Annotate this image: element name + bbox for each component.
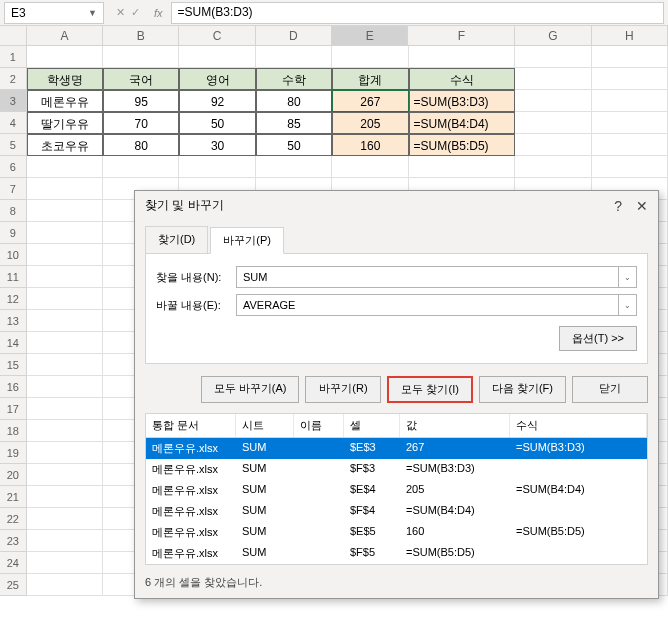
cell[interactable] [27, 266, 103, 288]
col-header[interactable]: C [179, 26, 255, 45]
row-header[interactable]: 15 [0, 354, 27, 376]
cell[interactable] [515, 112, 591, 134]
result-row[interactable]: 메론우유.xlsxSUM$E$3267=SUM(B3:D3) [146, 438, 647, 459]
results-col-formula[interactable]: 수식 [510, 414, 647, 437]
results-col-cell[interactable]: 셀 [344, 414, 400, 437]
cell[interactable]: 160 [332, 134, 408, 156]
row-header[interactable]: 9 [0, 222, 27, 244]
find-next-button[interactable]: 다음 찾기(F) [479, 376, 566, 403]
row-header[interactable]: 1 [0, 46, 27, 68]
result-row[interactable]: 메론우유.xlsxSUM$F$4=SUM(B4:D4) [146, 501, 647, 522]
row-header[interactable]: 5 [0, 134, 27, 156]
results-col-book[interactable]: 통합 문서 [146, 414, 236, 437]
cell[interactable]: 95 [103, 90, 179, 112]
cell[interactable]: =SUM(B4:D4) [409, 112, 516, 134]
cell[interactable]: 수식 [409, 68, 516, 90]
replace-with-input[interactable] [236, 294, 619, 316]
help-icon[interactable]: ? [614, 198, 622, 214]
name-box[interactable]: E3 ▼ [4, 2, 104, 24]
row-header[interactable]: 2 [0, 68, 27, 90]
cell[interactable] [27, 486, 103, 508]
cell[interactable] [515, 156, 591, 178]
close-icon[interactable]: ✕ [636, 198, 648, 214]
row-header[interactable]: 24 [0, 552, 27, 574]
cell[interactable] [332, 46, 408, 68]
cell[interactable] [27, 574, 103, 596]
cell[interactable] [409, 156, 516, 178]
cell[interactable] [256, 46, 332, 68]
chevron-down-icon[interactable]: ▼ [88, 8, 97, 18]
results-col-sheet[interactable]: 시트 [236, 414, 294, 437]
cell[interactable]: 수학 [256, 68, 332, 90]
fx-icon[interactable]: fx [154, 7, 163, 19]
row-header[interactable]: 11 [0, 266, 27, 288]
cell[interactable] [515, 134, 591, 156]
cell[interactable] [179, 46, 255, 68]
cell[interactable] [179, 156, 255, 178]
cell[interactable] [27, 442, 103, 464]
cell[interactable] [27, 200, 103, 222]
col-header[interactable]: D [256, 26, 332, 45]
row-header[interactable]: 4 [0, 112, 27, 134]
cell[interactable] [592, 46, 668, 68]
dialog-titlebar[interactable]: 찾기 및 바꾸기 ? ✕ [135, 191, 658, 220]
cell[interactable]: 70 [103, 112, 179, 134]
col-header[interactable]: F [408, 26, 515, 45]
cell[interactable] [27, 46, 103, 68]
cell[interactable]: 80 [103, 134, 179, 156]
row-header[interactable]: 21 [0, 486, 27, 508]
cell[interactable]: 초코우유 [27, 134, 103, 156]
cell[interactable]: 메론우유 [27, 90, 103, 112]
row-header[interactable]: 13 [0, 310, 27, 332]
cell[interactable] [592, 90, 668, 112]
cell[interactable] [27, 530, 103, 552]
close-button[interactable]: 닫기 [572, 376, 648, 403]
find-what-input[interactable] [236, 266, 619, 288]
row-header[interactable]: 14 [0, 332, 27, 354]
chevron-down-icon[interactable]: ⌄ [619, 266, 637, 288]
formula-input[interactable]: =SUM(B3:D3) [171, 2, 664, 24]
confirm-icon[interactable]: ✓ [131, 6, 140, 19]
row-header[interactable]: 6 [0, 156, 27, 178]
row-header[interactable]: 25 [0, 574, 27, 596]
result-row[interactable]: 메론우유.xlsxSUM$E$5160=SUM(B5:D5) [146, 522, 647, 543]
results-col-name[interactable]: 이름 [294, 414, 344, 437]
cell[interactable] [27, 376, 103, 398]
results-col-value[interactable]: 값 [400, 414, 510, 437]
col-header[interactable]: A [27, 26, 103, 45]
replace-all-button[interactable]: 모두 바꾸기(A) [201, 376, 300, 403]
tab-replace[interactable]: 바꾸기(P) [210, 227, 284, 254]
cell[interactable]: =SUM(B3:D3) [409, 90, 516, 112]
row-header[interactable]: 19 [0, 442, 27, 464]
cell[interactable] [27, 244, 103, 266]
cell[interactable] [592, 156, 668, 178]
options-button[interactable]: 옵션(T) >> [559, 326, 637, 351]
cell[interactable] [27, 310, 103, 332]
col-header[interactable]: G [515, 26, 591, 45]
cell[interactable]: 92 [179, 90, 255, 112]
cell[interactable] [27, 288, 103, 310]
select-all-corner[interactable] [0, 26, 27, 45]
cell[interactable]: 30 [179, 134, 255, 156]
tab-find[interactable]: 찾기(D) [145, 226, 208, 253]
replace-button[interactable]: 바꾸기(R) [305, 376, 381, 403]
cell[interactable] [27, 156, 103, 178]
cell[interactable]: 영어 [179, 68, 255, 90]
row-header[interactable]: 10 [0, 244, 27, 266]
row-header[interactable]: 17 [0, 398, 27, 420]
cell[interactable]: 205 [332, 112, 408, 134]
cell[interactable] [27, 398, 103, 420]
col-header[interactable]: E [332, 26, 408, 45]
row-header[interactable]: 7 [0, 178, 27, 200]
row-header[interactable]: 8 [0, 200, 27, 222]
row-header[interactable]: 12 [0, 288, 27, 310]
cell[interactable] [27, 222, 103, 244]
cell[interactable] [27, 354, 103, 376]
chevron-down-icon[interactable]: ⌄ [619, 294, 637, 316]
result-row[interactable]: 메론우유.xlsxSUM$F$3=SUM(B3:D3) [146, 459, 647, 480]
cell[interactable]: 합계 [332, 68, 408, 90]
cell[interactable]: 국어 [103, 68, 179, 90]
cell[interactable] [515, 68, 591, 90]
cancel-icon[interactable]: ✕ [116, 6, 125, 19]
col-header[interactable]: H [592, 26, 668, 45]
